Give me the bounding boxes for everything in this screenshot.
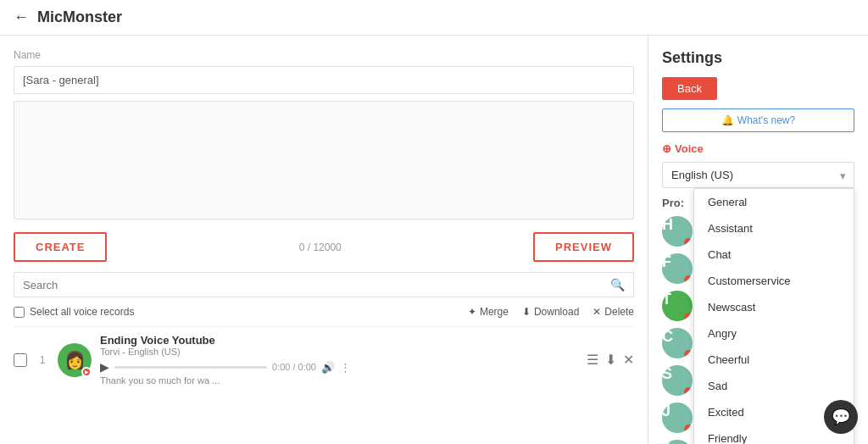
voice-select-wrap: English (US) ▾ GeneralAssistantChatCusto… [662,162,854,188]
voice-dot [684,275,693,284]
record-info: Ending Voice Youtube Torvi - English (US… [100,334,578,386]
delete-label: Delete [604,306,634,318]
select-all-checkbox[interactable]: Select all voice records [14,306,134,318]
dropdown-item[interactable]: Angry [694,320,854,347]
name-label: Name [14,49,634,61]
record-title: Ending Voice Youtube [100,334,578,347]
select-all-input[interactable] [14,307,25,318]
voice-dot-icon: ⊕ [662,142,671,155]
dropdown-item[interactable]: Assistant [694,215,854,241]
voice-avatar: A [662,440,693,444]
left-panel: Name CREATE 0 / 12000 PREVIEW 🔍 Select a… [0,36,648,444]
whats-new-label: What's new? [737,114,795,126]
select-all-label: Select all voice records [30,306,134,318]
voice-dot [684,425,693,433]
dropdown-item[interactable]: Chat [694,241,854,268]
voice-avatar: T [662,291,693,321]
app-title: MicMonster [37,8,122,26]
toolbar-row: Select all voice records ✦ Merge ⬇ Downl… [14,306,634,318]
name-input[interactable] [14,66,634,94]
search-row: 🔍 [14,272,634,297]
voice-avatar: J [662,402,693,433]
search-input[interactable] [23,279,610,291]
record-player: ▶ 0:00 / 0:00 🔊 ⋮ [100,360,578,374]
dropdown-item[interactable]: Sad [694,373,854,399]
main-layout: Name CREATE 0 / 12000 PREVIEW 🔍 Select a… [0,36,868,444]
buttons-row: CREATE 0 / 12000 PREVIEW [14,232,634,262]
progress-bar[interactable] [114,366,267,369]
record-checkbox[interactable] [14,353,27,367]
text-area[interactable] [14,101,634,219]
list-icon[interactable]: ☰ [587,352,598,368]
voice-dot [684,387,693,396]
voice-avatar: H [662,216,693,247]
dropdown-item[interactable]: Newscast [694,294,854,320]
delete-icon: ✕ [593,306,601,318]
voice-avatar: S [662,365,693,396]
download-icon: ⬇ [522,306,531,318]
dropdown-item[interactable]: Customerservice [694,268,854,294]
record-subtitle: Torvi - English (US) [100,347,578,357]
volume-icon[interactable]: 🔊 [321,361,335,374]
merge-label: Merge [480,306,509,318]
right-panel: Settings Back 🔔 What's new? ⊕ Voice Engl… [648,36,868,444]
create-button[interactable]: CREATE [14,232,107,262]
back-nav-icon[interactable]: ← [14,8,29,26]
voice-avatar: C [662,328,693,358]
record-status-dot: ▶ [81,367,92,377]
voice-dot [684,350,693,358]
download-label: Download [534,306,579,318]
record-number: 1 [36,354,49,366]
char-count: 0 / 12000 [299,241,342,253]
back-button[interactable]: Back [662,77,717,100]
chat-icon[interactable]: 💬 [824,400,858,434]
merge-button[interactable]: ✦ Merge [468,306,509,318]
preview-button[interactable]: PREVIEW [533,232,634,262]
delete-button[interactable]: ✕ Delete [593,306,634,318]
dropdown-item[interactable]: Cheerful [694,347,854,373]
record-description: Thank you so much for wa ... [100,375,578,386]
record-actions: ☰ ⬇ ✕ [587,352,634,368]
voice-dot [684,313,693,321]
download-record-icon[interactable]: ⬇ [605,352,616,368]
voice-dot [684,238,693,247]
merge-icon: ✦ [468,306,476,318]
header: ← MicMonster [0,0,868,36]
voice-section-label: ⊕ Voice [662,142,854,155]
settings-title: Settings [662,49,854,67]
whats-new-button[interactable]: 🔔 What's new? [662,108,854,132]
close-record-icon[interactable]: ✕ [623,352,634,368]
voice-avatar: F [662,253,693,284]
bell-icon: 🔔 [721,114,734,126]
dropdown-item[interactable]: General [694,189,854,215]
more-options-icon[interactable]: ⋮ [340,361,351,374]
play-icon[interactable]: ▶ [100,360,109,374]
language-select[interactable]: English (US) [662,162,854,188]
voice-text: Voice [675,142,704,155]
search-icon: 🔍 [610,278,625,291]
time-display: 0:00 / 0:00 [272,362,316,372]
record-item: 1 👩 ▶ Ending Voice Youtube Torvi - Engli… [14,326,634,392]
download-button[interactable]: ⬇ Download [522,306,579,318]
